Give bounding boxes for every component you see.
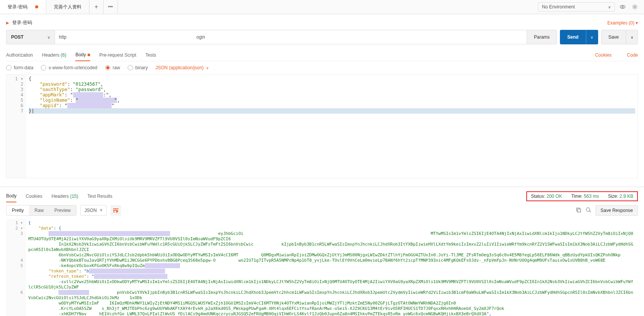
- top-bar: 登录-密码 完善个人资料 + ••• No Environment∨: [0, 0, 644, 14]
- breadcrumb: 登录-密码: [12, 20, 32, 26]
- format-select[interactable]: JSON∨: [80, 205, 107, 216]
- chevron-down-icon: ∨: [47, 35, 50, 39]
- active-dot-icon: [88, 54, 90, 56]
- svg-point-2: [634, 6, 636, 8]
- chevron-down-icon: ∨: [631, 35, 633, 39]
- tab-add[interactable]: +: [89, 0, 104, 14]
- params-button[interactable]: Params: [527, 30, 557, 44]
- eye-icon[interactable]: [618, 2, 627, 11]
- view-raw[interactable]: Raw: [29, 205, 49, 215]
- svg-point-0: [620, 5, 625, 8]
- tab-authorization[interactable]: Authorization: [6, 49, 33, 61]
- save-response-button[interactable]: Save Response: [595, 205, 638, 216]
- cookies-link[interactable]: Cookies: [595, 52, 612, 58]
- view-pretty[interactable]: Pretty: [6, 205, 29, 215]
- gear-icon[interactable]: [630, 2, 639, 11]
- resp-tab-body[interactable]: Body: [6, 190, 16, 202]
- view-tabs: Pretty Raw Preview: [6, 205, 76, 216]
- request-row: POST∨ httpogin Params Send ∨ Save ∨: [6, 30, 638, 44]
- url-input[interactable]: httpogin: [55, 30, 527, 44]
- svg-point-1: [622, 6, 623, 8]
- response-body[interactable]: 1 ▾2 ▾3 45 6 { "data": { " eyJhbGciOi: [0, 219, 644, 316]
- resp-tab-headers[interactable]: Headers (15): [52, 191, 78, 202]
- request-body-editor[interactable]: 1 ▾234567 { "password": "01234567", "oau…: [6, 74, 638, 178]
- search-icon[interactable]: [586, 207, 592, 214]
- send-button[interactable]: Send: [560, 30, 586, 44]
- radio-raw[interactable]: raw: [105, 65, 120, 70]
- resp-tab-tests[interactable]: Test Results: [88, 191, 112, 202]
- radio-binary[interactable]: binary: [128, 65, 148, 70]
- gutter: 1 ▾234567: [6, 75, 26, 178]
- request-subtabs: Authorization Headers (6) Body Pre-reque…: [6, 49, 638, 61]
- tab-profile[interactable]: 完善个人资料: [46, 0, 89, 14]
- svg-point-4: [586, 208, 590, 211]
- radio-form-data[interactable]: form-data: [6, 65, 33, 70]
- tab-tests[interactable]: Tests: [145, 49, 156, 61]
- chevron-down-icon: ∨: [206, 66, 209, 70]
- size-value: 2.9 KB: [620, 194, 633, 199]
- resp-tab-cookies[interactable]: Cookies: [26, 191, 42, 202]
- body-options: form-data x-www-form-urlencoded raw bina…: [6, 61, 638, 74]
- wrap-icon[interactable]: [110, 205, 121, 216]
- tab-label: 登录-密码: [8, 4, 28, 10]
- examples-link[interactable]: Examples (0) ▾: [607, 20, 638, 26]
- radio-xform[interactable]: x-www-form-urlencoded: [41, 65, 97, 70]
- save-dropdown[interactable]: ∨: [626, 30, 638, 44]
- time-value: 563 ms: [584, 194, 599, 199]
- request-area: ▶ 登录-密码 Examples (0) ▾ POST∨ httpogin Pa…: [0, 14, 644, 181]
- save-button[interactable]: Save: [601, 30, 626, 44]
- code[interactable]: { "password": "01234567", "oauthType": "…: [26, 75, 638, 178]
- tab-headers[interactable]: Headers (6): [42, 49, 66, 61]
- send-dropdown[interactable]: ∨: [586, 30, 598, 44]
- status-value: 200 OK: [547, 194, 562, 199]
- chevron-down-icon: ∨: [608, 5, 611, 9]
- tab-label: 完善个人资料: [54, 4, 81, 10]
- env-label: No Environment: [542, 4, 575, 10]
- code[interactable]: { "data": { " eyJhbGciOi MTYwMSIsIm1vYml…: [26, 219, 638, 316]
- environment-select[interactable]: No Environment∨: [538, 2, 615, 11]
- tab-body[interactable]: Body: [75, 49, 90, 61]
- content-type-select[interactable]: JSON (application/json)∨: [156, 65, 209, 70]
- view-preview[interactable]: Preview: [49, 205, 76, 215]
- status-box: Status: 200 OK Time: 563 ms Size: 2.9 KB: [526, 191, 638, 201]
- method-label: POST: [11, 34, 24, 40]
- chevron-down-icon: ∨: [100, 208, 102, 213]
- breadcrumb-row: ▶ 登录-密码 Examples (0) ▾: [6, 20, 638, 26]
- gutter: 1 ▾2 ▾3 45 6: [6, 219, 26, 316]
- triangle-icon: ▶: [6, 21, 9, 25]
- code-link[interactable]: Code: [627, 52, 638, 58]
- response-area: Body Cookies Headers (15) Test Results S…: [0, 187, 644, 316]
- method-select[interactable]: POST∨: [6, 30, 55, 44]
- tab-prerequest[interactable]: Pre-request Script: [99, 49, 136, 61]
- svg-rect-3: [578, 209, 581, 212]
- copy-icon[interactable]: [576, 207, 582, 214]
- chevron-down-icon: ∨: [590, 35, 593, 39]
- unsaved-dot-icon: [35, 5, 38, 8]
- top-right: No Environment∨: [538, 2, 644, 11]
- tab-menu[interactable]: •••: [104, 0, 118, 14]
- tabs: 登录-密码 完善个人资料 + •••: [0, 0, 538, 14]
- response-toolbar: Pretty Raw Preview JSON∨ Save Response: [0, 202, 644, 219]
- tab-login[interactable]: 登录-密码: [0, 0, 46, 14]
- response-tabs: Body Cookies Headers (15) Test Results S…: [0, 187, 644, 202]
